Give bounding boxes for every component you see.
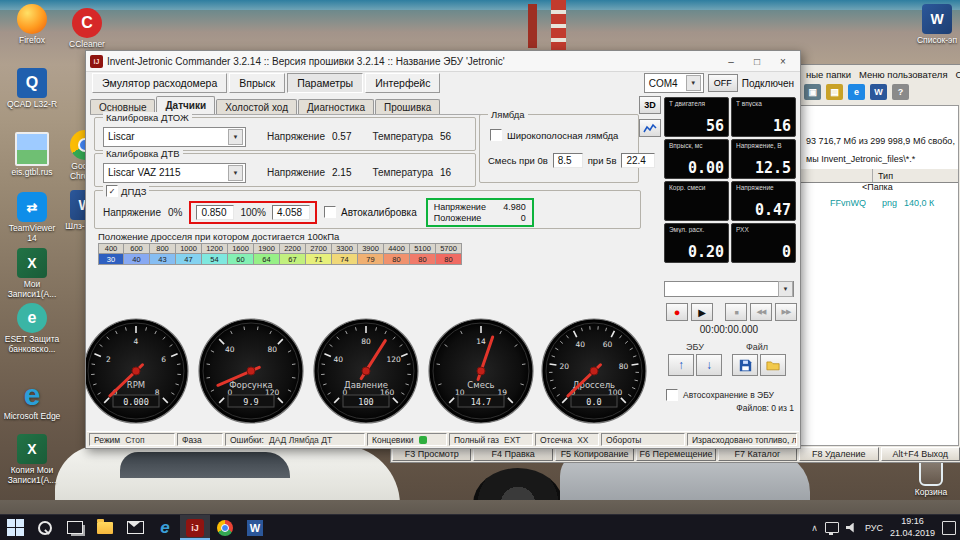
desktop-icon-qcad[interactable]: QCAD L32-R [3,68,61,110]
com-port-select[interactable]: COM4 ▼ [644,73,704,93]
desktop-icon-edge[interactable]: Microsoft Edge [3,380,61,422]
menu-tab-emulator[interactable]: Эмулятор расходомера [92,73,227,93]
throttle-cell[interactable]: 80 [436,254,462,265]
fm-menu-item-1[interactable]: Меню пользователя [859,69,947,80]
view-3d-button[interactable]: 3D [639,96,661,114]
throttle-cell[interactable]: 71 [306,254,332,265]
desktop-icon-word2[interactable]: Список-эп [908,4,960,46]
autocalibration-checkbox[interactable] [324,206,336,218]
throttle-cell[interactable]: 60 [228,254,254,265]
throttle-cell[interactable]: 64 [254,254,280,265]
chart-button[interactable] [639,119,661,137]
rpm-cell[interactable]: 600 [124,243,150,254]
tray-chevron-icon[interactable]: ∧ [811,523,818,533]
rpm-cell[interactable]: 1200 [202,243,228,254]
taskbar-search[interactable] [30,515,60,540]
rpm-cell[interactable]: 5700 [436,243,462,254]
titlebar[interactable]: iJ Invent-Jetronic Commander 3.2.14 :: В… [86,51,800,72]
ie-icon[interactable] [848,84,865,100]
desktop-icon-recycle[interactable]: Корзина [902,458,960,498]
throttle-cell[interactable]: 79 [358,254,384,265]
fkey-button-f6[interactable]: F6 Перемещение [636,447,715,461]
rpm-cell[interactable]: 800 [150,243,176,254]
help-icon[interactable] [892,84,909,100]
notifications-icon[interactable] [942,521,956,535]
throttle-cell[interactable]: 43 [150,254,176,265]
fkey-button-f9[interactable]: Alt+F4 Выход [881,447,960,461]
throttle-cell[interactable]: 74 [332,254,358,265]
fm-menu-item-0[interactable]: ные папки [806,69,851,80]
maximize-button[interactable]: □ [744,52,770,71]
file-row-name[interactable]: <Папка [862,182,893,192]
tab-firmware[interactable]: Прошивка [375,99,440,114]
rpm-cell[interactable]: 3900 [358,243,384,254]
rpm-cell[interactable]: 3300 [332,243,358,254]
fm-menu-item-2[interactable]: Справка [956,69,960,80]
taskbar-start[interactable] [0,515,30,540]
file-row-name[interactable]: FFvnWQ [830,198,866,208]
autocalibration-checkbox-row[interactable]: Автокалибровка [324,206,417,218]
tab-idle[interactable]: Холостой ход [216,99,297,114]
rpm-cell[interactable]: 1000 [176,243,202,254]
throttle-cell[interactable]: 80 [384,254,410,265]
taskbar-jetronic[interactable] [180,515,210,540]
name-column-header[interactable] [800,169,873,182]
volume-icon[interactable] [846,523,858,533]
taskbar-mail[interactable] [120,515,150,540]
dtv-calibration-select[interactable]: Liscar VAZ 2115 ▼ [103,163,246,183]
throttle-cell[interactable]: 40 [124,254,150,265]
fkey-button-f8[interactable]: F8 Удаление [799,447,878,461]
rpm-cell[interactable]: 5100 [410,243,436,254]
log-file-select[interactable]: ▼ [664,281,794,297]
wideband-checkbox[interactable] [490,129,502,141]
throttle-cell[interactable]: 67 [280,254,306,265]
minimize-button[interactable]: – [718,52,744,71]
network-icon[interactable] [825,522,839,533]
language-indicator[interactable]: РУС [865,523,883,533]
desktop-icon-teamviewer[interactable]: TeamViewer 14 [3,192,61,244]
rpm-cell[interactable]: 2700 [306,243,332,254]
menu-tab-injection[interactable]: Впрыск [229,73,285,93]
taskbar-word[interactable] [240,515,270,540]
mix-5v-field[interactable]: 22.4 [621,153,655,168]
dtoj-calibration-select[interactable]: Liscar ▼ [103,127,246,147]
rpm-cell[interactable]: 2200 [280,243,306,254]
tab-diagnostics[interactable]: Диагностика [298,99,374,114]
desktop-icon-ccleaner[interactable]: CCleaner [58,8,116,50]
file-row-ext[interactable]: png [882,198,897,208]
mix-0v-field[interactable]: 8.5 [553,153,583,168]
taskbar-edge[interactable] [150,515,180,540]
fkey-button-f4[interactable]: F4 Правка [473,447,552,461]
menu-tab-interface[interactable]: Интерфейс [365,73,440,93]
desktop-icon-excel2[interactable]: Копия Мои Записи1(А... [3,434,61,486]
throttle-cell[interactable]: 47 [176,254,202,265]
taskbar-file-explorer[interactable] [90,515,120,540]
throttle-cell[interactable]: 80 [410,254,436,265]
taskbar-chrome[interactable] [210,515,240,540]
rpm-cell[interactable]: 1600 [228,243,254,254]
folders-icon[interactable] [826,84,843,100]
taskbar-task-view[interactable] [60,515,90,540]
word-icon[interactable] [870,84,887,100]
desktop-icon-eset[interactable]: ESET Защита банковско... [3,303,61,355]
wideband-checkbox-row[interactable]: Широкополосная лямбда [490,129,618,141]
throttle-cell[interactable]: 54 [202,254,228,265]
file-row-size[interactable]: 140,0 К [904,198,934,208]
off-button[interactable]: OFF [708,74,738,92]
fkey-button-f5[interactable]: F5 Копирование [555,447,634,461]
desktop-icon-excel[interactable]: Мои Записи1(А... [3,248,61,300]
fkey-button-f7[interactable]: F7 Каталог [718,447,797,461]
rpm-cell[interactable]: 1900 [254,243,280,254]
throttle-cell[interactable]: 30 [98,254,124,265]
rpm-cell[interactable]: 4400 [384,243,410,254]
fkey-button-f3[interactable]: F3 Просмотр [392,447,471,461]
desktop-icon-firefox[interactable]: Firefox [3,4,61,46]
tray-clock[interactable]: 19:16 21.04.2019 [890,516,935,539]
computer-icon[interactable] [804,84,821,100]
desktop-icon-image[interactable]: eis.gtbl.rus [3,132,61,178]
p0-voltage-field[interactable]: 0.850 [196,205,234,220]
menu-tab-parameters[interactable]: Параметры [287,73,363,93]
p100-voltage-field[interactable]: 4.058 [272,205,310,220]
close-button[interactable]: × [770,52,796,71]
type-column-header[interactable]: Тип [873,171,893,181]
